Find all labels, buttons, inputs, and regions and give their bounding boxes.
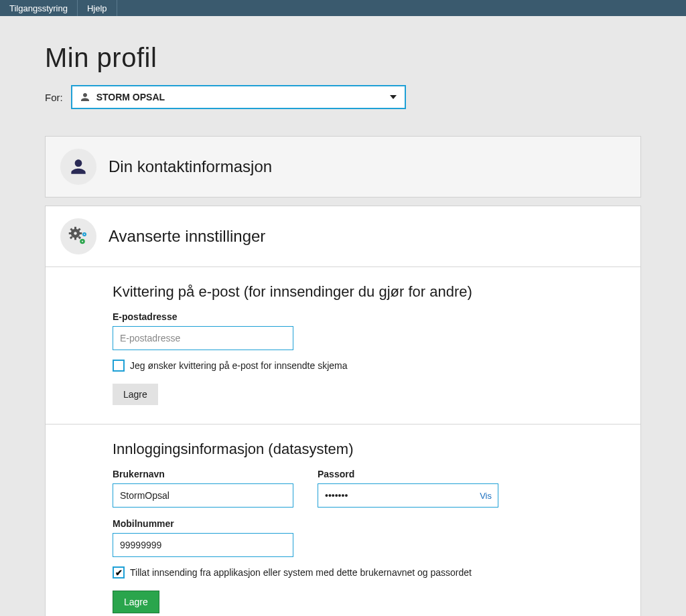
username-label: Brukernavn	[113, 469, 293, 479]
receipt-section: Kvittering på e-post (for innsendinger d…	[46, 267, 640, 424]
show-password-link[interactable]: Vis	[480, 491, 492, 501]
topbar-item-hjelp[interactable]: Hjelp	[78, 0, 117, 16]
advanced-title: Avanserte innstillinger	[109, 227, 265, 246]
mobile-label: Mobilnummer	[113, 518, 626, 529]
person-icon	[79, 91, 91, 103]
receipt-checkbox[interactable]	[113, 360, 125, 372]
login-save-button[interactable]: Lagre	[113, 591, 159, 613]
allow-checkbox-label: Tillat innsending fra applikasjon eller …	[130, 567, 472, 578]
gears-icon	[66, 224, 90, 248]
login-heading: Innloggingsinformasjon (datasystem)	[113, 441, 626, 458]
email-label: E-postadresse	[113, 311, 626, 322]
user-select-name: STORM OPSAL	[96, 92, 165, 102]
contact-info-header: Din kontaktinformasjon	[46, 137, 640, 197]
login-section: Innloggingsinformasjon (datasystem) Bruk…	[46, 425, 640, 616]
password-wrap: Vis	[318, 483, 498, 508]
allow-checkbox[interactable]	[113, 566, 125, 579]
password-input[interactable]	[318, 483, 498, 508]
receipt-checkbox-label: Jeg ønsker kvittering på e-post for inns…	[130, 360, 348, 371]
svg-rect-4	[69, 232, 72, 234]
receipt-heading: Kvittering på e-post (for innsendinger d…	[113, 283, 626, 301]
email-input[interactable]	[113, 326, 293, 350]
contact-info-card[interactable]: Din kontaktinformasjon	[45, 136, 641, 198]
contact-info-title: Din kontaktinformasjon	[109, 157, 272, 176]
topbar-item-tilgangsstyring[interactable]: Tilgangsstyring	[0, 0, 78, 16]
svg-rect-2	[74, 227, 76, 230]
page-title: Min profil	[45, 43, 641, 73]
for-row: For: STORM OPSAL	[45, 85, 641, 109]
page: Min profil For: STORM OPSAL Din kontakti…	[45, 16, 641, 616]
password-label: Passord	[318, 469, 498, 479]
receipt-checkbox-row: Jeg ønsker kvittering på e-post for inns…	[113, 360, 626, 372]
advanced-header: Avanserte innstillinger	[46, 206, 640, 266]
svg-rect-5	[80, 232, 82, 234]
advanced-icon-circle	[60, 218, 96, 254]
svg-rect-3	[74, 238, 76, 240]
topbar: Tilgangsstyring Hjelp	[0, 0, 686, 16]
contact-icon-circle	[60, 149, 96, 185]
person-icon	[68, 156, 89, 177]
username-input[interactable]	[113, 483, 293, 508]
chevron-down-icon	[390, 95, 397, 99]
allow-checkbox-row: Tillat innsending fra applikasjon eller …	[113, 566, 626, 579]
mobile-input[interactable]	[113, 533, 293, 557]
svg-point-13	[84, 234, 85, 235]
advanced-card: Avanserte innstillinger Kvittering på e-…	[45, 206, 641, 616]
receipt-save-button[interactable]: Lagre	[113, 384, 158, 405]
svg-point-11	[82, 240, 83, 242]
user-select[interactable]: STORM OPSAL	[71, 85, 406, 109]
svg-point-1	[74, 232, 77, 235]
for-label: For:	[45, 92, 63, 103]
